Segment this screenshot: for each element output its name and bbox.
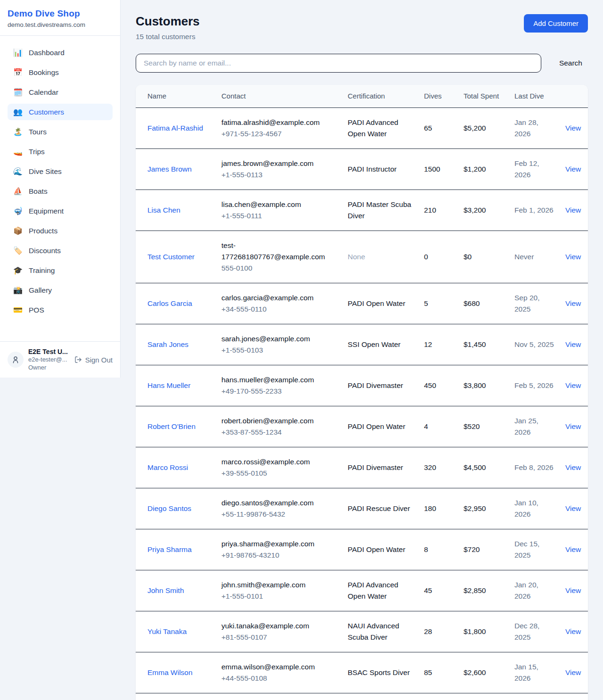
- sailboat-icon: ⛵: [13, 187, 23, 196]
- sidebar-item-tours[interactable]: 🏝️ Tours: [8, 124, 113, 140]
- sidebar-item-calendar[interactable]: 🗓️ Calendar: [8, 84, 113, 100]
- search-bar: Search: [136, 54, 588, 73]
- customer-count: 15 total customers: [136, 33, 200, 41]
- customer-name-link[interactable]: James Brown: [147, 165, 192, 173]
- view-link[interactable]: View: [565, 299, 581, 307]
- customer-email: lisa.chen@example.com: [221, 199, 336, 210]
- view-link[interactable]: View: [565, 586, 581, 594]
- customer-total-spent: $1,450: [464, 340, 486, 348]
- view-link[interactable]: View: [565, 124, 581, 132]
- sign-out-button[interactable]: Sign Out: [74, 356, 113, 364]
- customer-email: john.smith@example.com: [221, 579, 336, 591]
- customer-email: priya.sharma@example.com: [221, 538, 336, 550]
- customer-name-link[interactable]: Carlos Garcia: [147, 299, 192, 307]
- table-row: Marco Rossi marco.rossi@example.com +39-…: [136, 447, 588, 488]
- view-link[interactable]: View: [565, 165, 581, 173]
- graduation-cap-icon: 🎓: [13, 266, 23, 275]
- customer-name-link[interactable]: Lisa Chen: [147, 206, 180, 214]
- customer-phone: +55-11-99876-5432: [221, 509, 336, 520]
- view-link[interactable]: View: [565, 381, 581, 389]
- table-row: Emma Wilson emma.wilson@example.com +44-…: [136, 652, 588, 693]
- customer-name-link[interactable]: Sarah Jones: [147, 340, 188, 348]
- table-row: Hans Mueller hans.mueller@example.com +4…: [136, 365, 588, 406]
- customer-last-dive: Never: [514, 253, 534, 261]
- view-link[interactable]: View: [565, 422, 581, 430]
- page-header: Customers 15 total customers Add Custome…: [136, 14, 588, 41]
- customer-email: robert.obrien@example.com: [221, 415, 336, 427]
- customer-phone: +1-555-0101: [221, 591, 336, 602]
- view-link[interactable]: View: [565, 504, 581, 512]
- customer-name-link[interactable]: Fatima Al-Rashid: [147, 124, 203, 132]
- customer-last-dive: Dec 15, 2025: [514, 540, 539, 559]
- view-link[interactable]: View: [565, 668, 581, 676]
- customer-total-spent: $720: [464, 545, 480, 553]
- customer-name-link[interactable]: Priya Sharma: [147, 545, 192, 553]
- customer-last-dive: Jan 15, 2026: [514, 663, 538, 682]
- sidebar-item-discounts[interactable]: 🏷️ Discounts: [8, 242, 113, 259]
- customer-last-dive: Sep 20, 2025: [514, 294, 539, 313]
- customer-phone: +44-555-0108: [221, 673, 336, 684]
- sidebar-item-pos[interactable]: 💳 POS: [8, 302, 113, 318]
- customer-last-dive: Feb 5, 2026: [514, 381, 554, 389]
- sidebar-item-training[interactable]: 🎓 Training: [8, 262, 113, 279]
- customer-phone: +1-555-0103: [221, 345, 336, 356]
- search-button[interactable]: Search: [554, 55, 588, 71]
- view-link[interactable]: View: [565, 340, 581, 348]
- customer-last-dive: Jan 25, 2026: [514, 417, 538, 436]
- customer-email: sarah.jones@example.com: [221, 333, 336, 345]
- customer-phone: +81-555-0107: [221, 632, 336, 643]
- sidebar-item-customers[interactable]: 👥 Customers: [8, 104, 113, 120]
- customer-last-dive: Feb 1, 2026: [514, 206, 554, 214]
- customer-total-spent: $520: [464, 422, 480, 430]
- sidebar-item-products[interactable]: 📦 Products: [8, 222, 113, 239]
- customer-certification: PADI Advanced Open Water: [348, 581, 398, 600]
- add-customer-button[interactable]: Add Customer: [524, 14, 588, 33]
- customer-phone: +91-98765-43210: [221, 550, 336, 561]
- wave-icon: 🌊: [13, 167, 23, 176]
- speedboat-icon: 🚤: [13, 147, 23, 156]
- table-row: Carlos Garcia carlos.garcia@example.com …: [136, 283, 588, 324]
- table-row: Robert O'Brien robert.obrien@example.com…: [136, 406, 588, 447]
- customer-name-link[interactable]: Diego Santos: [147, 504, 191, 512]
- table-row: Fatima Al-Rashid fatima.alrashid@example…: [136, 107, 588, 148]
- calendar-icon: 📅: [13, 68, 23, 77]
- view-link[interactable]: View: [565, 627, 581, 635]
- label-tag-icon: 🏷️: [13, 246, 23, 255]
- customer-name-link[interactable]: Robert O'Brien: [147, 422, 196, 430]
- customer-certification: PADI Open Water: [348, 299, 405, 307]
- user-role: Owner: [28, 364, 70, 372]
- customer-phone: +39-555-0105: [221, 468, 336, 479]
- customer-dives: 65: [424, 124, 432, 132]
- main-content: Customers 15 total customers Add Custome…: [121, 0, 603, 700]
- sidebar-item-bookings[interactable]: 📅 Bookings: [8, 64, 113, 81]
- customer-name-link[interactable]: Test Customer: [147, 253, 195, 261]
- sidebar-item-boats[interactable]: ⛵ Boats: [8, 183, 113, 199]
- customer-total-spent: $1,200: [464, 165, 486, 173]
- user-name: E2E Test U...: [28, 347, 70, 356]
- customer-certification: BSAC Sports Diver: [348, 668, 410, 676]
- spiral-calendar-icon: 🗓️: [13, 88, 23, 97]
- customer-name-link[interactable]: Hans Mueller: [147, 381, 190, 389]
- sidebar: Demo Dive Shop demo.test.divestreams.com…: [0, 0, 121, 378]
- customer-email: test-1772681807767@example.com: [221, 240, 336, 263]
- customer-name-link[interactable]: Yuki Tanaka: [147, 627, 187, 635]
- customer-name-link[interactable]: Emma Wilson: [147, 668, 193, 676]
- customer-dives: 180: [424, 504, 436, 512]
- search-input[interactable]: [136, 54, 541, 73]
- sidebar-item-dashboard[interactable]: 📊 Dashboard: [8, 44, 113, 61]
- sidebar-item-trips[interactable]: 🚤 Trips: [8, 143, 113, 160]
- sidebar-item-equipment[interactable]: 🤿 Equipment: [8, 203, 113, 219]
- customer-name-link[interactable]: Marco Rossi: [147, 463, 188, 471]
- view-link[interactable]: View: [565, 463, 581, 471]
- view-link[interactable]: View: [565, 206, 581, 214]
- view-link[interactable]: View: [565, 253, 581, 261]
- view-link[interactable]: View: [565, 545, 581, 553]
- shop-title: Demo Dive Shop: [8, 8, 113, 19]
- customer-last-dive: Jan 28, 2026: [514, 118, 538, 138]
- customer-total-spent: $2,600: [464, 668, 486, 676]
- customer-name-link[interactable]: John Smith: [147, 586, 184, 594]
- sidebar-item-gallery[interactable]: 📸 Gallery: [8, 282, 113, 298]
- camera-flash-icon: 📸: [13, 286, 23, 295]
- customers-table: NameContactCertificationDivesTotal Spent…: [136, 85, 588, 700]
- sidebar-item-dive-sites[interactable]: 🌊 Dive Sites: [8, 163, 113, 180]
